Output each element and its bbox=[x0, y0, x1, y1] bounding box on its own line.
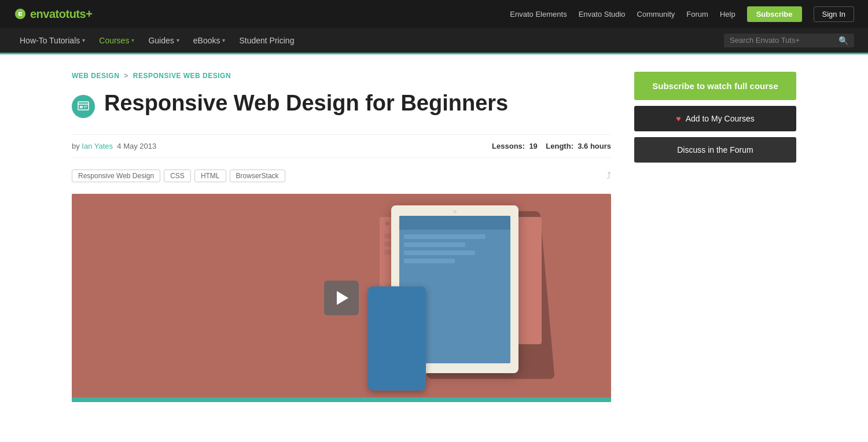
breadcrumb-separator: > bbox=[124, 72, 128, 80]
second-navigation: How-To Tutorials ▾ Courses ▾ Guides ▾ eB… bbox=[0, 28, 868, 54]
meta-bar: by Ian Yates 4 May 2013 Lessons: 19 Leng… bbox=[72, 134, 611, 158]
logo[interactable]: envatotuts+ bbox=[14, 8, 92, 21]
play-triangle-icon bbox=[337, 291, 348, 305]
phone-mockup-decoration bbox=[368, 286, 426, 391]
nav-envato-studio[interactable]: Envato Studio bbox=[579, 10, 626, 19]
meta-author-date: by Ian Yates 4 May 2013 bbox=[72, 142, 156, 150]
logo-text: envatotuts+ bbox=[30, 8, 92, 21]
course-header: Responsive Web Design for Beginners bbox=[72, 90, 611, 118]
heart-icon: ♥ bbox=[676, 114, 681, 123]
svg-rect-4 bbox=[84, 108, 86, 108]
length-value: 3.6 hours bbox=[578, 142, 611, 150]
add-to-courses-button[interactable]: ♥ Add to My Courses bbox=[634, 106, 796, 131]
tag-html[interactable]: HTML bbox=[194, 170, 226, 182]
nav-help[interactable]: Help bbox=[720, 10, 735, 19]
video-bottom-bar bbox=[72, 397, 611, 402]
nav-guides[interactable]: Guides ▾ bbox=[142, 27, 185, 54]
length-label: Length: bbox=[546, 142, 573, 150]
tags-list: Responsive Web Design CSS HTML BrowserSt… bbox=[72, 170, 285, 182]
chevron-down-icon: ▾ bbox=[222, 37, 225, 43]
author-link[interactable]: Ian Yates bbox=[82, 142, 113, 150]
nav-forum[interactable]: Forum bbox=[686, 10, 708, 19]
breadcrumb-current: RESPONSIVE WEB DESIGN bbox=[133, 72, 231, 80]
subscribe-watch-button[interactable]: Subscribe to watch full course bbox=[634, 72, 796, 100]
main-content: WEB DESIGN > RESPONSIVE WEB DESIGN Respo… bbox=[58, 54, 810, 425]
envato-leaf-icon bbox=[14, 8, 27, 20]
nav-how-to-tutorials[interactable]: How-To Tutorials ▾ bbox=[14, 27, 91, 54]
nav-envato-elements[interactable]: Envato Elements bbox=[510, 10, 567, 19]
svg-rect-0 bbox=[78, 102, 89, 110]
video-thumbnail[interactable] bbox=[72, 194, 611, 402]
play-button[interactable] bbox=[324, 281, 359, 315]
tag-browserstack[interactable]: BrowserStack bbox=[230, 170, 285, 182]
secondary-nav-links: How-To Tutorials ▾ Courses ▾ Guides ▾ eB… bbox=[14, 27, 300, 54]
chevron-down-icon: ▾ bbox=[82, 37, 85, 43]
content-left: WEB DESIGN > RESPONSIVE WEB DESIGN Respo… bbox=[72, 72, 611, 402]
svg-rect-2 bbox=[80, 106, 83, 108]
subscribe-button[interactable]: Subscribe bbox=[747, 6, 802, 22]
course-icon bbox=[72, 95, 95, 118]
course-title: Responsive Web Design for Beginners bbox=[104, 90, 508, 117]
course-type-icon bbox=[77, 100, 90, 113]
top-navigation: envatotuts+ Envato Elements Envato Studi… bbox=[0, 0, 868, 28]
nav-ebooks[interactable]: eBooks ▾ bbox=[187, 27, 231, 54]
search-icon[interactable]: 🔍 bbox=[838, 36, 848, 45]
nav-student-pricing[interactable]: Student Pricing bbox=[233, 27, 300, 54]
search-input[interactable] bbox=[730, 36, 834, 45]
sidebar: Subscribe to watch full course ♥ Add to … bbox=[634, 72, 796, 402]
nav-courses[interactable]: Courses ▾ bbox=[93, 27, 140, 54]
discuss-forum-button[interactable]: Discuss in the Forum bbox=[634, 137, 796, 163]
svg-rect-3 bbox=[84, 106, 87, 107]
share-icon[interactable]: ⤴ bbox=[606, 171, 611, 181]
tags-row: Responsive Web Design CSS HTML BrowserSt… bbox=[72, 170, 611, 182]
breadcrumb: WEB DESIGN > RESPONSIVE WEB DESIGN bbox=[72, 72, 611, 80]
meta-lessons-length: Lessons: 19 Length: 3.6 hours bbox=[492, 142, 611, 150]
lessons-count: 19 bbox=[529, 142, 537, 150]
signin-button[interactable]: Sign In bbox=[814, 6, 854, 22]
tag-css[interactable]: CSS bbox=[164, 170, 191, 182]
search-box[interactable]: 🔍 bbox=[724, 34, 854, 47]
chevron-down-icon: ▾ bbox=[176, 37, 179, 43]
chevron-down-icon: ▾ bbox=[131, 37, 134, 43]
course-date: 4 May 2013 bbox=[117, 142, 156, 150]
top-nav-links: Envato Elements Envato Studio Community … bbox=[510, 6, 854, 22]
tag-responsive-web-design[interactable]: Responsive Web Design bbox=[72, 170, 160, 182]
breadcrumb-parent-link[interactable]: WEB DESIGN bbox=[72, 72, 119, 80]
lessons-label: Lessons: bbox=[492, 142, 525, 150]
nav-community[interactable]: Community bbox=[637, 10, 675, 19]
